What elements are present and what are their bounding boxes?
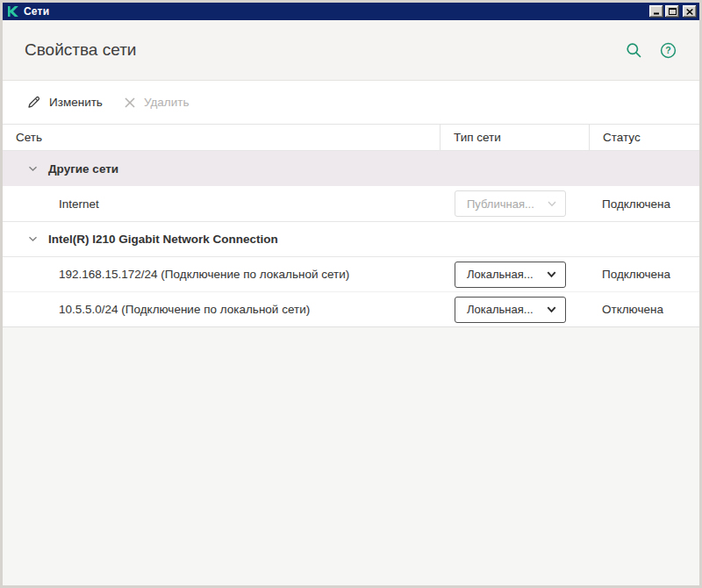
empty-area [3, 327, 699, 585]
chevron-down-icon [28, 236, 38, 242]
network-name: 192.168.15.172/24 (Подключение по локаль… [3, 268, 440, 281]
kaspersky-logo-icon [6, 5, 19, 18]
network-name: 10.5.5.0/24 (Подключение по локальной се… [3, 303, 440, 316]
column-header-type: Тип сети [440, 125, 589, 150]
minimize-button[interactable] [649, 5, 663, 18]
svg-text:?: ? [665, 45, 670, 55]
network-name: Internet [3, 197, 440, 211]
chevron-down-icon [548, 201, 556, 207]
client-area: Свойства сети ? [3, 20, 699, 585]
header-icons: ? [626, 42, 677, 59]
network-type-select[interactable]: Локальная... [455, 262, 566, 288]
app-window: Сети Свойства сети [0, 0, 702, 588]
page-header: Свойства сети ? [3, 20, 699, 81]
pencil-icon [26, 95, 41, 110]
toolbar: Изменить Удалить [3, 81, 699, 124]
table-header: Сеть Тип сети Статус [3, 124, 699, 151]
search-icon[interactable] [626, 42, 642, 59]
network-status: Подключена [589, 197, 699, 211]
window-title: Сети [24, 5, 49, 18]
network-type-value: Публичная... [467, 197, 534, 211]
group-label: Intel(R) I210 Gigabit Network Connection [48, 233, 278, 246]
chevron-down-icon [547, 271, 556, 278]
column-header-status: Статус [589, 125, 699, 150]
page-title: Свойства сети [25, 40, 136, 60]
table-row-lan-10[interactable]: 10.5.5.0/24 (Подключение по локальной се… [3, 292, 699, 327]
network-type-select[interactable]: Публичная... [455, 190, 566, 217]
maximize-button[interactable] [665, 5, 679, 18]
help-icon[interactable]: ? [660, 42, 677, 59]
window-controls [649, 5, 697, 18]
group-row-intel-adapter[interactable]: Intel(R) I210 Gigabit Network Connection [3, 222, 699, 257]
network-type-value: Локальная... [467, 303, 534, 316]
chevron-down-icon [547, 306, 556, 313]
network-status: Подключена [589, 268, 699, 281]
delete-x-icon [124, 97, 136, 109]
delete-button[interactable]: Удалить [124, 96, 190, 109]
table-row-internet[interactable]: Internet Публичная... Подключена [3, 186, 699, 222]
table-row-lan-192[interactable]: 192.168.15.172/24 (Подключение по локаль… [3, 257, 699, 292]
group-label: Другие сети [48, 162, 118, 176]
titlebar[interactable]: Сети [3, 3, 699, 20]
edit-button-label: Изменить [49, 96, 103, 109]
close-button[interactable] [683, 5, 697, 18]
group-row-other-networks[interactable]: Другие сети [3, 151, 699, 186]
chevron-down-icon [28, 166, 38, 172]
network-type-select[interactable]: Локальная... [455, 297, 566, 323]
edit-button[interactable]: Изменить [26, 95, 103, 110]
network-status: Отключена [589, 303, 699, 316]
delete-button-label: Удалить [144, 96, 190, 109]
column-header-network: Сеть [3, 125, 440, 150]
network-type-value: Локальная... [467, 268, 534, 281]
